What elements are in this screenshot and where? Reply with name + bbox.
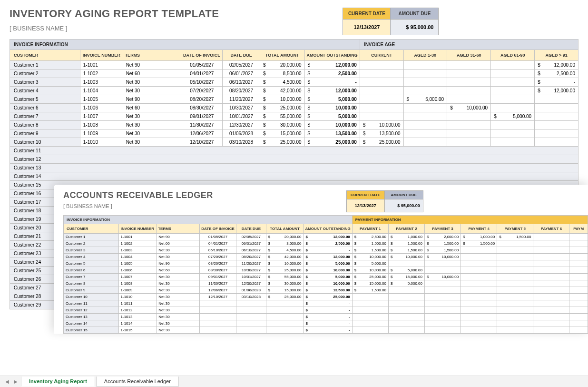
cell-terms[interactable]: Net 30 [157, 320, 200, 327]
cell[interactable] [447, 87, 491, 95]
cell[interactable]: $2,500.00 [304, 240, 352, 247]
cell-date-due[interactable]: 01/06/2028 [236, 287, 266, 294]
cell-customer[interactable]: Customer 9 [64, 287, 119, 294]
cell-customer[interactable]: Customer 1 [10, 61, 80, 69]
cell-terms[interactable]: Net 30 [123, 78, 181, 87]
cell-invoice[interactable]: 1-1011 [118, 300, 157, 307]
cell[interactable] [497, 300, 533, 307]
cell-customer[interactable]: Customer 11 [64, 300, 119, 307]
cell-date-due[interactable]: 06/01/2027 [223, 69, 260, 78]
cell-date-invoice[interactable] [200, 314, 236, 320]
cell[interactable]: $5,000.00 [388, 280, 424, 287]
cell[interactable] [352, 300, 388, 307]
cell-terms[interactable]: Net 30 [157, 287, 200, 294]
table-row[interactable]: Customer 121-1012Net 30$- [64, 307, 588, 314]
cell[interactable]: $2,500.00 [352, 234, 388, 240]
cell-invoice[interactable]: 1-1009 [118, 287, 157, 294]
cell-invoice[interactable]: 1-1002 [118, 240, 157, 247]
tab-inventory-aging[interactable]: Inventory Aging Report [21, 377, 95, 387]
ledger-table[interactable]: INVOICE INFORMATION PAYMENT INFORMATION … [63, 215, 588, 334]
cell-terms[interactable]: Net 30 [157, 300, 200, 307]
cell[interactable] [403, 61, 447, 69]
table-row[interactable]: Customer 101-1010Net 3012/10/202703/10/2… [10, 138, 578, 147]
table-row[interactable]: Customer 12 [10, 155, 578, 164]
col-payment-4[interactable]: PAYMENT 4 [461, 224, 497, 234]
cell-invoice[interactable]: 1-1002 [80, 69, 123, 78]
cell[interactable] [569, 314, 588, 320]
cell[interactable]: $55,000.00 [266, 274, 304, 280]
table-row[interactable]: Customer 101-1010Net 3012/10/202703/10/2… [64, 294, 588, 300]
cell[interactable] [497, 240, 533, 247]
cell[interactable] [535, 138, 578, 147]
cell[interactable] [533, 300, 569, 307]
cell[interactable]: $- [304, 247, 352, 254]
cell-customer[interactable]: Customer 8 [64, 280, 119, 287]
cell[interactable] [491, 61, 535, 69]
cell-date-invoice[interactable]: 07/20/2027 [200, 254, 236, 260]
cell[interactable] [266, 327, 304, 334]
col-payment-7[interactable]: PAYM [569, 224, 588, 234]
cell-date-due[interactable] [236, 307, 266, 314]
cell-customer[interactable]: Customer 8 [10, 121, 80, 129]
cell-date-due[interactable] [236, 300, 266, 307]
aging-table[interactable]: INVOICE INFORMATION INVOICE AGE CUSTOMER… [10, 39, 578, 147]
cell[interactable] [533, 254, 569, 260]
cell[interactable] [569, 274, 588, 280]
cell-date-due[interactable]: 10/01/2027 [223, 112, 260, 121]
cell-terms[interactable]: Net 90 [123, 95, 181, 104]
cell[interactable] [533, 307, 569, 314]
table-row[interactable]: Customer 11 [10, 147, 578, 155]
cell-date-due[interactable]: 10/01/2027 [236, 274, 266, 280]
cell[interactable]: $1,500.00 [388, 247, 424, 254]
cell[interactable]: $1,500.00 [352, 240, 388, 247]
cell[interactable]: $20,000.00 [266, 234, 304, 240]
table-row[interactable]: Customer 141-1014Net 30$- [64, 320, 588, 327]
cell[interactable] [403, 121, 447, 129]
cell[interactable] [352, 327, 388, 334]
cell[interactable]: $5,000.00 [304, 95, 360, 104]
cell-customer[interactable]: Customer 1 [64, 234, 119, 240]
col-date-due[interactable]: DATE DUE [223, 50, 260, 61]
col-aged-31-60[interactable]: AGED 31-60 [447, 50, 491, 61]
col-terms[interactable]: TERMS [157, 224, 200, 234]
cell-terms[interactable]: Net 30 [123, 121, 181, 129]
cell-date-invoice[interactable]: 01/05/2027 [181, 61, 223, 69]
cell[interactable] [425, 300, 461, 307]
cell[interactable] [569, 234, 588, 240]
cell[interactable]: $10,000.00 [260, 95, 304, 104]
cell[interactable]: $1,500.00 [388, 240, 424, 247]
cell[interactable] [569, 287, 588, 294]
cell[interactable]: $2,000.00 [425, 234, 461, 240]
cell-customer[interactable]: Customer 7 [64, 274, 119, 280]
cell[interactable] [569, 254, 588, 260]
cell-invoice[interactable]: 1-1006 [118, 267, 157, 274]
cell[interactable] [352, 320, 388, 327]
cell-date-due[interactable]: 08/20/2027 [236, 254, 266, 260]
cell[interactable] [403, 138, 447, 147]
cell[interactable] [266, 320, 304, 327]
tab-nav-next-icon[interactable]: ▶ [11, 379, 20, 384]
cell[interactable] [461, 327, 497, 334]
cell[interactable]: $15,000.00 [388, 274, 424, 280]
cell[interactable] [497, 307, 533, 314]
cell-invoice[interactable]: 1-1014 [118, 320, 157, 327]
table-row[interactable]: Customer 81-1008Net 3011/30/202712/30/20… [64, 280, 588, 287]
cell[interactable]: $15,000.00 [260, 129, 304, 138]
cell[interactable] [533, 327, 569, 334]
cell-invoice[interactable]: 1-1003 [118, 247, 157, 254]
cell[interactable] [569, 307, 588, 314]
cell[interactable] [497, 280, 533, 287]
cell[interactable] [491, 69, 535, 78]
col-date-due[interactable]: DATE DUE [236, 224, 266, 234]
cell[interactable] [425, 320, 461, 327]
cell[interactable] [497, 267, 533, 274]
cell[interactable]: $13,500.00 [304, 287, 352, 294]
cell[interactable] [533, 320, 569, 327]
cell[interactable] [447, 61, 491, 69]
cell-customer[interactable]: Customer 6 [64, 267, 119, 274]
cell[interactable] [569, 327, 588, 334]
cell[interactable]: $12,000.00 [535, 87, 578, 95]
cell[interactable] [491, 121, 535, 129]
cell-date-due[interactable]: 08/20/2027 [223, 87, 260, 95]
cell[interactable] [497, 327, 533, 334]
